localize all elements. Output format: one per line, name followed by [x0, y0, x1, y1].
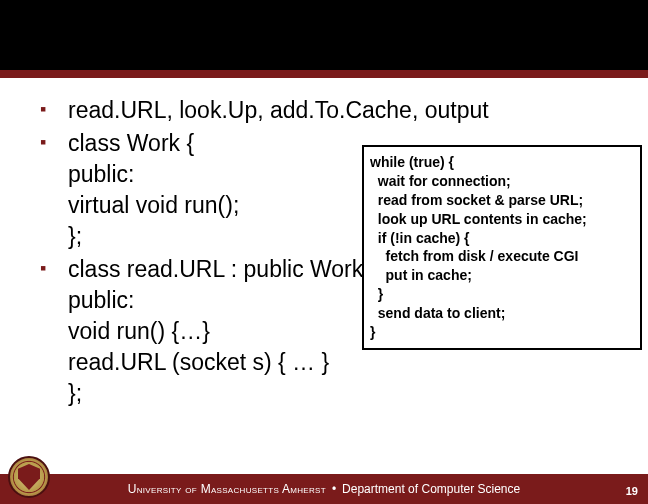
footer-university: University of Massachusetts Amherst [128, 482, 326, 496]
footer-department: Department of Computer Science [342, 482, 520, 496]
footer-separator: • [332, 482, 336, 496]
bullet-3-line-4: read.URL (socket s) { … } [68, 347, 638, 378]
bullet-1: read.URL, look.Up, add.To.Cache, output [40, 95, 638, 126]
university-seal-icon [8, 456, 50, 498]
bullet-2-line-1: class Work { [68, 130, 194, 156]
pseudocode-box: while (true) { wait for connection; read… [362, 145, 642, 350]
bullet-3-line-1: class read.URL : public Work { [68, 256, 377, 282]
bullet-3-line-5: }; [68, 378, 638, 409]
bullet-1-text: read.URL, look.Up, add.To.Cache, output [68, 97, 489, 123]
page-number: 19 [626, 485, 638, 497]
title-bar [0, 0, 648, 70]
title-bar-accent [0, 70, 648, 78]
footer-bar: University of Massachusetts Amherst • De… [0, 474, 648, 504]
slide: read.URL, look.Up, add.To.Cache, output … [0, 0, 648, 504]
seal-shield-icon [18, 464, 40, 490]
